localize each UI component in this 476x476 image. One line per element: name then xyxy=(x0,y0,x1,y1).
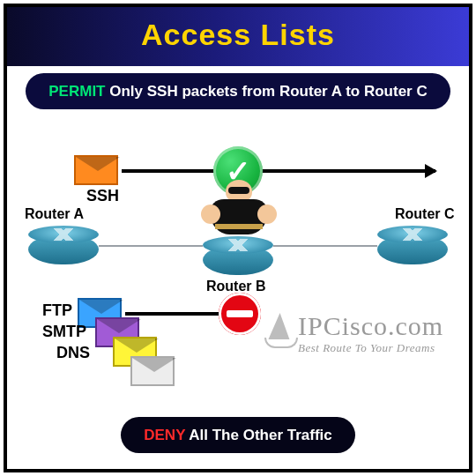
ftp-label: FTP xyxy=(42,301,72,320)
ssh-label: SSH xyxy=(86,187,119,205)
firewall-guard-icon xyxy=(199,180,279,242)
brand-tagline: Best Route To Your Dreams xyxy=(298,341,443,355)
deny-rule-text: All The Other Traffic xyxy=(185,427,332,443)
diagram-stage: SSH ✓ Router A Router B Router C FTP xyxy=(7,7,469,469)
deny-arrow xyxy=(125,312,231,316)
brand-name: IPCisco.com xyxy=(298,311,443,341)
router-c-label: Router C xyxy=(395,206,455,222)
brand-sail-icon xyxy=(264,313,294,348)
brand-watermark: IPCisco.com Best Route To Your Dreams xyxy=(298,311,443,355)
deny-rule-pill: DENY All The Other Traffic xyxy=(121,417,355,453)
router-c-icon xyxy=(377,226,448,264)
link-b-c xyxy=(273,245,377,247)
router-b-icon xyxy=(203,236,273,275)
ssh-packet-icon xyxy=(74,155,118,185)
link-a-b xyxy=(99,245,203,247)
ssh-permit-arrow xyxy=(122,169,435,173)
deny-keyword: DENY xyxy=(144,427,185,443)
deny-no-entry-icon xyxy=(219,293,261,335)
misc-packet-icon xyxy=(130,356,175,386)
router-a-label: Router A xyxy=(25,206,84,222)
router-a-icon xyxy=(28,226,99,264)
dns-label: DNS xyxy=(56,344,90,362)
smtp-label: SMTP xyxy=(42,323,86,341)
